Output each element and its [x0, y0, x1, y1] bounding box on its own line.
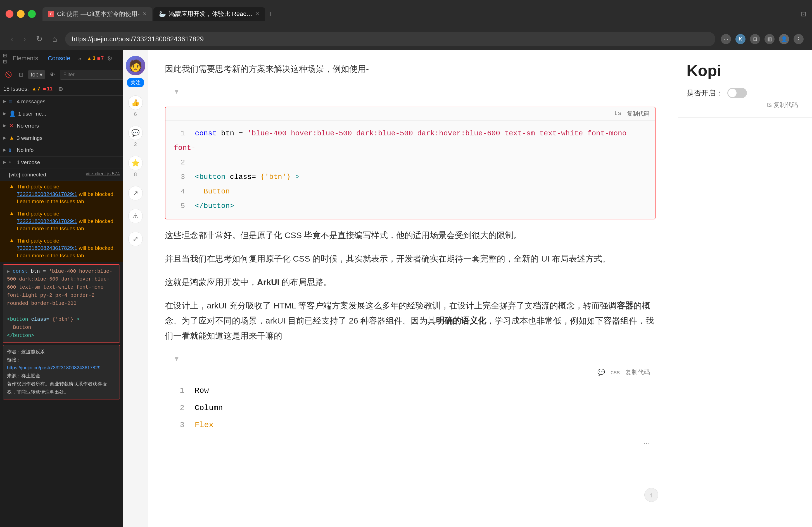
code-line-1: 1 const btn = 'blue-400 hover:blue-500 d…	[174, 126, 647, 155]
minimize-button[interactable]	[17, 10, 25, 18]
sidebar-icon[interactable]: ▥	[765, 34, 774, 44]
msg-no-info[interactable]: ▶ ℹ No info	[0, 144, 123, 156]
comment-icon[interactable]: 💬	[128, 125, 143, 140]
share-action[interactable]: ↗	[128, 186, 143, 200]
comment-action[interactable]: 💬 2	[128, 125, 143, 147]
cast-icon[interactable]: ⊡	[750, 34, 760, 44]
more-options-icon[interactable]: ⋯	[643, 439, 650, 447]
msg-text: 1 verbose	[17, 159, 120, 166]
copy-code-button[interactable]: 复制代码	[627, 110, 649, 118]
expand-icon: ▶	[3, 160, 7, 165]
tab-label: Git 使用 —Git基本指令的使用-	[57, 10, 140, 18]
tab-git[interactable]: C Git 使用 —Git基本指令的使用- ✕	[42, 7, 152, 21]
msg-vite-connected[interactable]: ▶ [vite] connected. vite-client.js:574	[0, 169, 123, 181]
copyright-link[interactable]: https://juejin.cn/post/73323180082436178…	[7, 364, 116, 372]
tab-elements[interactable]: Elements	[9, 53, 42, 64]
msg-3-warnings[interactable]: ▶ ▲ 3 warnings	[0, 132, 123, 145]
scroll-up-indicator[interactable]: ▼	[165, 85, 655, 98]
new-tab-button[interactable]: +	[266, 7, 275, 21]
copyright-notice: 著作权归作者所有。商业转载请联系作者获得授权，非商业转载请注明出处。	[7, 380, 116, 396]
fullscreen-icon[interactable]: ⤢	[128, 232, 143, 246]
toolbar-icons: ⋯ K ⊡ ▥ 👤 ⋮	[721, 34, 803, 44]
issues-warn-count: ▲ 7	[32, 86, 40, 92]
msg-4-messages[interactable]: ▶ ≡ 4 messages	[0, 96, 123, 108]
maximize-button[interactable]	[28, 10, 36, 18]
msg-source[interactable]: vite-client.js:574	[86, 171, 120, 177]
copyright-link-row: 链接：	[7, 356, 116, 364]
msg-1-user[interactable]: ▶ 👤 1 user me...	[0, 108, 123, 120]
css-column: Column	[195, 404, 223, 412]
follow-button[interactable]: 关注	[127, 78, 144, 87]
fullscreen-action[interactable]: ⤢	[128, 232, 143, 246]
scroll-down-indicator[interactable]: ▼	[165, 352, 655, 365]
warn-icon: ▲	[9, 210, 15, 216]
address-input[interactable]	[65, 32, 715, 46]
msg-text: Third-party cookie 7332318008243617829:1…	[17, 183, 120, 206]
star-icon[interactable]: ⭐	[128, 156, 143, 170]
filter-input[interactable]	[60, 70, 132, 79]
warn-link[interactable]: 7332318008243617829:1	[17, 191, 77, 197]
top-chevron-icon: ▾	[40, 71, 42, 78]
kopi-title: Kopi	[686, 61, 803, 79]
menu-icon[interactable]: ⋮	[794, 34, 803, 44]
more-tabs-icon[interactable]: »	[76, 54, 83, 63]
code-block-main: ▶ const btn = 'blue-400 hover:blue-500 d…	[3, 264, 120, 343]
article-para-3: 这就是鸿蒙应用开发中，ArkUI 的布局思路。	[165, 275, 655, 290]
err-badge: ■ 7	[97, 56, 104, 61]
eye-icon[interactable]: 👁	[47, 70, 58, 79]
code-line-2: 2	[174, 155, 647, 170]
like-icon[interactable]: 👍	[128, 95, 143, 110]
css-copy-button[interactable]: 复制代码	[625, 368, 650, 377]
warn-action[interactable]: ⚠	[128, 209, 143, 223]
home-button[interactable]: ⌂	[50, 33, 59, 45]
restore-icon[interactable]: ⊡	[801, 10, 807, 18]
code-line-4: 4 Button	[174, 184, 647, 199]
msg-warn-1[interactable]: ▶ ▲ Third-party cookie 73323180082436178…	[0, 181, 123, 208]
tab-close-icon[interactable]: ✕	[143, 11, 147, 17]
tab-console[interactable]: Console	[44, 53, 74, 64]
msg-warn-2[interactable]: ▶ ▲ Third-party cookie 73323180082436178…	[0, 208, 123, 235]
kopi-copy-label[interactable]: ts 复制代码	[767, 101, 798, 109]
top-context-selector[interactable]: top ▾	[28, 70, 45, 79]
extensions-icon[interactable]: ⋯	[721, 34, 731, 44]
close-button[interactable]	[5, 10, 13, 18]
msg-1-verbose[interactable]: ▶ ◦ 1 verbose	[0, 156, 123, 169]
kopi-copy-row: ts 复制代码	[686, 98, 803, 112]
author-avatar[interactable]: 🧑	[126, 56, 145, 75]
address-bar-row: ‹ › ↻ ⌂ ⋯ K ⊡ ▥ 👤 ⋮	[0, 28, 812, 50]
like-action[interactable]: 👍 6	[128, 95, 143, 117]
link-text[interactable]: https://juejin.cn/post/73323180082436178…	[7, 365, 101, 371]
filter-toggle-button[interactable]: ⊡	[16, 70, 26, 79]
devtools-icons-left: ⊞ ⊟	[3, 52, 7, 65]
settings-icon[interactable]: ⚙	[107, 55, 113, 62]
tab-hongmeng[interactable]: 🦢 鸿蒙应用开发，体验比 React N ✕	[154, 7, 265, 21]
settings-gear-icon[interactable]: ⚙	[58, 86, 63, 92]
code-tag: <button	[7, 317, 28, 322]
profile-icon[interactable]: K	[736, 34, 745, 44]
msg-no-errors[interactable]: ▶ ✕ No errors	[0, 120, 123, 132]
msg-text: Third-party cookie 7332318008243617829:1…	[17, 237, 120, 260]
star-count: 8	[134, 171, 137, 178]
flag-icon[interactable]: ⚠	[128, 209, 143, 223]
back-button[interactable]: ‹	[9, 33, 15, 45]
kopi-toggle-switch[interactable]	[727, 88, 747, 98]
msg-warn-3[interactable]: ▶ ▲ Third-party cookie 73323180082436178…	[0, 235, 123, 262]
share-icon[interactable]: ↗	[128, 186, 143, 200]
user-avatar-icon[interactable]: 👤	[779, 34, 789, 44]
star-action[interactable]: ⭐ 8	[128, 156, 143, 178]
arkui-bold: ArkUI	[257, 277, 279, 287]
copyright-source: 来源：稀土掘金	[7, 372, 116, 380]
warn-link[interactable]: 7332318008243617829:1	[17, 218, 77, 224]
dots-icon[interactable]: ⋮	[114, 55, 120, 62]
code-attr-val: {'btn'}	[260, 173, 291, 181]
toggle-knob	[728, 89, 737, 97]
semantics-bold: 明确的语义化	[436, 316, 486, 325]
x-circle-icon: ✕	[9, 122, 15, 129]
warn-link[interactable]: 7332318008243617829:1	[17, 245, 77, 251]
tab-close-active-icon[interactable]: ✕	[256, 11, 260, 17]
forward-button[interactable]: ›	[21, 33, 28, 45]
code-snippet-body: 1 const btn = 'blue-400 hover:blue-500 d…	[165, 121, 655, 219]
clear-console-button[interactable]: 🚫	[3, 70, 14, 79]
to-top-button[interactable]: ↑	[644, 488, 658, 502]
refresh-button[interactable]: ↻	[34, 33, 45, 45]
